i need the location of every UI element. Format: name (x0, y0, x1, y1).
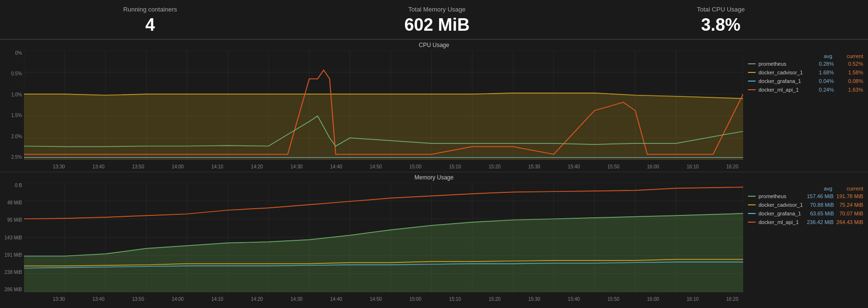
cpu-grafana-avg: 0.04% (807, 78, 834, 84)
mem-cadvisor-name: docker_cadvisor_1 (758, 202, 805, 208)
memory-chart-svg (24, 183, 743, 292)
cpu-x-13-50: 13:50 (132, 164, 144, 169)
mem-x-16-10: 16:10 (687, 296, 699, 302)
cpu-cadvisor-name: docker_cadvisor_1 (758, 70, 805, 75)
cpu-grafana-color (748, 81, 756, 82)
mem-grafana-name: docker_grafana_1 (758, 211, 805, 216)
mem-prometheus-color (748, 196, 756, 197)
cpu-grafana-name: docker_grafana_1 (758, 78, 805, 84)
mem-grafana-color (748, 213, 756, 214)
cpu-legend-ml-api: docker_ml_api_1 0.24% 1.63% (748, 87, 863, 93)
total-cpu-label: Total CPU Usage (697, 6, 745, 13)
mem-x-13-40: 13:40 (92, 296, 104, 302)
mem-legend-cadvisor: docker_cadvisor_1 70.88 MiB 75.24 MiB (748, 202, 863, 208)
mem-y-label-5: 238 MiB (4, 270, 22, 275)
cpu-legend-prometheus: prometheus 0.28% 0.52% (748, 61, 863, 67)
cpu-x-13-30: 13:30 (53, 164, 65, 169)
mem-y-label-0: 0 B (15, 183, 22, 188)
cpu-legend-current-label: current (847, 53, 863, 59)
cpu-y-label-0: 0% (15, 50, 22, 56)
cpu-x-16-10: 16:10 (687, 164, 699, 169)
cpu-x-14-50: 14:50 (370, 164, 382, 169)
svg-marker-24 (24, 93, 743, 160)
cpu-y-label-5: 2.5% (11, 154, 22, 160)
mem-x-15-20: 15:20 (489, 296, 501, 302)
mem-legend-ml-api: docker_ml_api_1 236.42 MiB 264.43 MiB (748, 219, 863, 225)
cpu-x-15-00: 15:00 (409, 164, 421, 169)
memory-y-axis: 286 MiB 238 MiB 191 MiB 143 MiB 95 MiB 4… (0, 183, 24, 292)
cpu-legend-header: avg current (748, 53, 863, 59)
cpu-y-label-2: 1.0% (11, 92, 22, 97)
cpu-legend-cadvisor: docker_cadvisor_1 1.68% 1.58% (748, 70, 863, 75)
cpu-ml-api-current: 1.63% (837, 87, 863, 93)
mem-grafana-avg: 63.65 MiB (807, 211, 834, 216)
mem-x-14-40: 14:40 (330, 296, 342, 302)
memory-chart-legend: avg current prometheus 157.46 MiB 191.78… (743, 172, 868, 304)
memory-x-axis: 13:30 13:40 13:50 14:00 14:10 14:20 14:3… (48, 296, 743, 302)
cpu-prometheus-avg: 0.28% (807, 61, 834, 67)
total-memory-stat: Total Memory Usage 602 MiB (404, 6, 470, 35)
mem-x-13-50: 13:50 (132, 296, 144, 302)
cpu-y-label-1: 0.5% (11, 71, 22, 76)
cpu-x-13-40: 13:40 (92, 164, 104, 169)
mem-x-15-00: 15:00 (409, 296, 421, 302)
cpu-chart-section: CPU Usage 2.5% 2.0% 1.5% 1.0% 0.5% 0% (0, 39, 868, 172)
cpu-chart-legend: avg current prometheus 0.28% 0.52% docke… (743, 40, 868, 172)
cpu-x-15-10: 15:10 (449, 164, 461, 169)
running-containers-stat: Running containers 4 (123, 6, 177, 35)
cpu-cadvisor-color (748, 72, 756, 73)
mem-x-13-30: 13:30 (53, 296, 65, 302)
cpu-x-14-10: 14:10 (211, 164, 223, 169)
mem-legend-header: avg current (748, 186, 863, 191)
cpu-x-14-40: 14:40 (330, 164, 342, 169)
mem-cadvisor-color (748, 204, 756, 205)
mem-grafana-current: 70.07 MiB (837, 211, 863, 216)
cpu-x-axis: 13:30 13:40 13:50 14:00 14:10 14:20 14:3… (48, 164, 743, 169)
top-stats-bar: Running containers 4 Total Memory Usage … (0, 0, 868, 39)
mem-prometheus-name: prometheus (758, 193, 804, 199)
mem-legend-grafana: docker_grafana_1 63.65 MiB 70.07 MiB (748, 211, 863, 216)
cpu-cadvisor-avg: 1.68% (807, 70, 834, 75)
memory-chart-title: Memory Usage (415, 174, 453, 181)
mem-cadvisor-avg: 70.88 MiB (807, 202, 834, 208)
mem-x-14-20: 14:20 (251, 296, 263, 302)
cpu-y-axis: 2.5% 2.0% 1.5% 1.0% 0.5% 0% (0, 50, 24, 160)
cpu-x-15-50: 15:50 (608, 164, 620, 169)
mem-y-label-6: 286 MiB (4, 287, 22, 292)
memory-chart-section: Memory Usage 286 MiB 238 MiB 191 MiB 143… (0, 172, 868, 304)
cpu-y-label-3: 1.5% (11, 113, 22, 118)
memory-chart-area: 13:30 13:40 13:50 14:00 14:10 14:20 14:3… (24, 172, 743, 304)
charts-container: CPU Usage 2.5% 2.0% 1.5% 1.0% 0.5% 0% (0, 39, 868, 304)
mem-y-label-1: 48 MiB (7, 200, 22, 205)
mem-x-14-00: 14:00 (171, 296, 183, 302)
mem-x-15-30: 15:30 (528, 296, 540, 302)
mem-x-15-50: 15:50 (608, 296, 620, 302)
cpu-prometheus-current: 0.52% (837, 61, 863, 67)
cpu-grafana-current: 0.08% (837, 78, 863, 84)
mem-legend-current-label: current (847, 186, 863, 191)
svg-marker-49 (24, 213, 743, 292)
cpu-chart-title: CPU Usage (419, 42, 449, 48)
mem-y-label-2: 95 MiB (7, 217, 22, 223)
mem-x-15-10: 15:10 (449, 296, 461, 302)
cpu-ml-api-name: docker_ml_api_1 (758, 87, 805, 93)
mem-ml-api-avg: 236.42 MiB (807, 219, 834, 225)
cpu-cadvisor-current: 1.58% (837, 70, 863, 75)
cpu-x-14-30: 14:30 (291, 164, 303, 169)
cpu-legend-avg-label: avg (824, 53, 832, 59)
mem-prometheus-avg: 157.46 MiB (807, 193, 834, 199)
mem-y-label-3: 143 MiB (4, 235, 22, 240)
cpu-x-14-20: 14:20 (251, 164, 263, 169)
total-memory-label: Total Memory Usage (404, 6, 470, 13)
mem-x-15-40: 15:40 (568, 296, 580, 302)
cpu-prometheus-name: prometheus (758, 61, 805, 67)
total-cpu-stat: Total CPU Usage 3.8% (697, 6, 745, 35)
mem-prometheus-current: 191.78 MiB (836, 193, 863, 199)
cpu-x-16-00: 16:00 (647, 164, 659, 169)
mem-x-14-10: 14:10 (211, 296, 223, 302)
cpu-x-14-00: 14:00 (171, 164, 183, 169)
cpu-y-label-4: 2.0% (11, 134, 22, 139)
mem-x-14-30: 14:30 (291, 296, 303, 302)
mem-ml-api-name: docker_ml_api_1 (758, 219, 804, 225)
mem-y-label-4: 191 MiB (4, 252, 22, 258)
